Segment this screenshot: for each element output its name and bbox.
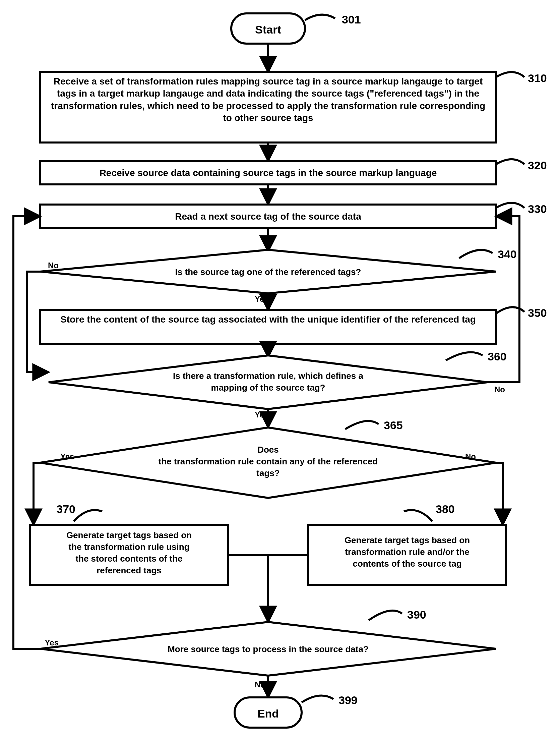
node-340: Is the source tag one of the referenced … xyxy=(40,250,496,293)
n340-text: Is the source tag one of the referenced … xyxy=(175,267,361,277)
node-330: Read a next source tag of the source dat… xyxy=(40,205,496,228)
n370-l3: the stored contents of the xyxy=(75,554,182,564)
n370-l4: referenced tags xyxy=(97,565,162,575)
n350-text: Store the content of the source tag asso… xyxy=(47,314,489,326)
start-text: Start xyxy=(255,23,281,36)
ref-310: 310 xyxy=(528,72,547,84)
n365-text-l3: tags? xyxy=(256,468,279,478)
n380-l2: transformation rule and/or the xyxy=(345,547,469,557)
ref-360: 360 xyxy=(488,350,507,363)
n360-text-l2: mapping of the source tag? xyxy=(211,383,325,393)
n365-no: No xyxy=(465,452,476,461)
n365-yes: Yes xyxy=(60,452,74,461)
ref-350: 350 xyxy=(528,306,547,319)
ref-399: 399 xyxy=(338,694,358,706)
n330-text: Read a next source tag of the source dat… xyxy=(175,211,361,222)
n340-yes: Yes xyxy=(255,294,268,303)
end-text: End xyxy=(257,707,279,720)
n380-l3: contents of the source tag xyxy=(353,559,461,569)
n365-text-l1: Does xyxy=(257,445,279,455)
n340-no: No xyxy=(48,261,59,270)
node-365: Does the transformation rule contain any… xyxy=(40,427,496,498)
n365-text-l2: the transformation rule contain any of t… xyxy=(159,456,378,466)
svg-marker-12 xyxy=(49,355,488,409)
node-end: End xyxy=(235,697,302,728)
n320-text: Receive source data containing source ta… xyxy=(100,168,437,178)
node-370: Generate target tags based on the transf… xyxy=(30,525,228,585)
node-390: More source tags to process in the sourc… xyxy=(40,622,496,676)
ref-330: 330 xyxy=(528,203,547,215)
flowchart: Start 301 Receive a set of transformatio… xyxy=(0,0,560,741)
node-310: Receive a set of transformation rules ma… xyxy=(40,72,496,142)
node-380: Generate target tags based on transforma… xyxy=(308,525,506,585)
n370-l2: the transformation rule using xyxy=(68,542,189,552)
n390-no: No xyxy=(255,680,265,689)
n310-text: Receive a set of transformation rules ma… xyxy=(47,75,489,124)
n390-yes: Yes xyxy=(45,638,59,647)
ref-370: 370 xyxy=(56,503,75,515)
n380-l1: Generate target tags based on xyxy=(345,535,470,545)
node-start: Start xyxy=(231,13,305,44)
ref-320: 320 xyxy=(528,159,547,172)
n360-no: No xyxy=(494,385,505,394)
ref-340: 340 xyxy=(498,248,517,261)
n390-text: More source tags to process in the sourc… xyxy=(168,644,369,654)
node-350: Store the content of the source tag asso… xyxy=(40,310,496,344)
ref-380: 380 xyxy=(436,503,455,515)
n370-l1: Generate target tags based on xyxy=(66,530,192,540)
n360-text-l1: Is there a transformation rule, which de… xyxy=(173,371,363,381)
ref-301: 301 xyxy=(342,13,361,26)
ref-390: 390 xyxy=(407,608,426,621)
node-320: Receive source data containing source ta… xyxy=(40,161,496,184)
node-360: Is there a transformation rule, which de… xyxy=(49,355,488,409)
ref-365: 365 xyxy=(384,419,403,432)
n360-yes: Yes xyxy=(255,410,268,419)
